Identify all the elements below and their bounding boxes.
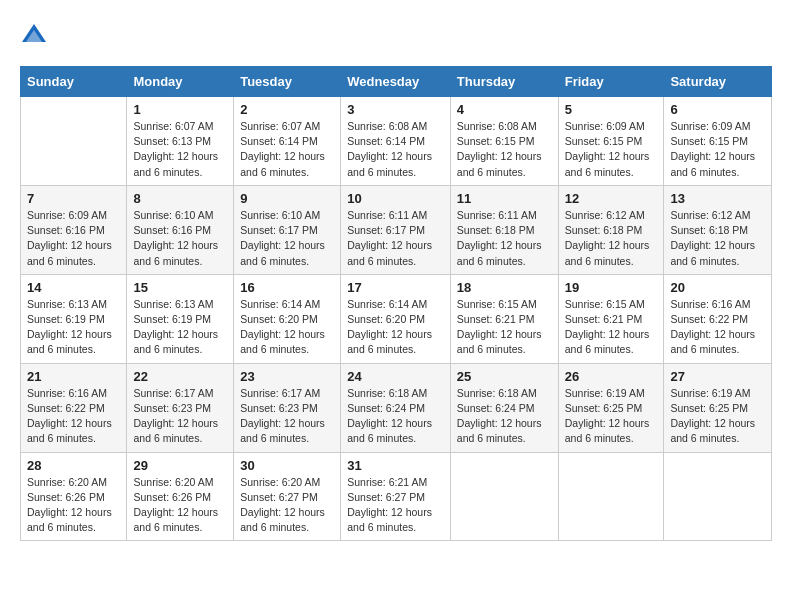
calendar-cell: 20Sunrise: 6:16 AMSunset: 6:22 PMDayligh… (664, 274, 772, 363)
day-info: Sunrise: 6:08 AMSunset: 6:15 PMDaylight:… (457, 119, 552, 180)
day-number: 31 (347, 458, 444, 473)
day-number: 13 (670, 191, 765, 206)
calendar-cell: 24Sunrise: 6:18 AMSunset: 6:24 PMDayligh… (341, 363, 451, 452)
day-info: Sunrise: 6:17 AMSunset: 6:23 PMDaylight:… (133, 386, 227, 447)
calendar-week-1: 1Sunrise: 6:07 AMSunset: 6:13 PMDaylight… (21, 97, 772, 186)
day-info: Sunrise: 6:12 AMSunset: 6:18 PMDaylight:… (670, 208, 765, 269)
day-info: Sunrise: 6:07 AMSunset: 6:13 PMDaylight:… (133, 119, 227, 180)
calendar-cell: 25Sunrise: 6:18 AMSunset: 6:24 PMDayligh… (450, 363, 558, 452)
calendar-cell: 16Sunrise: 6:14 AMSunset: 6:20 PMDayligh… (234, 274, 341, 363)
weekday-header-thursday: Thursday (450, 67, 558, 97)
day-info: Sunrise: 6:09 AMSunset: 6:15 PMDaylight:… (670, 119, 765, 180)
day-info: Sunrise: 6:09 AMSunset: 6:15 PMDaylight:… (565, 119, 658, 180)
day-number: 17 (347, 280, 444, 295)
day-number: 23 (240, 369, 334, 384)
calendar-cell (558, 452, 664, 541)
day-info: Sunrise: 6:19 AMSunset: 6:25 PMDaylight:… (565, 386, 658, 447)
calendar-cell: 1Sunrise: 6:07 AMSunset: 6:13 PMDaylight… (127, 97, 234, 186)
day-number: 7 (27, 191, 120, 206)
weekday-header-tuesday: Tuesday (234, 67, 341, 97)
day-info: Sunrise: 6:20 AMSunset: 6:26 PMDaylight:… (133, 475, 227, 536)
day-number: 21 (27, 369, 120, 384)
calendar-cell: 18Sunrise: 6:15 AMSunset: 6:21 PMDayligh… (450, 274, 558, 363)
weekday-header-friday: Friday (558, 67, 664, 97)
day-info: Sunrise: 6:14 AMSunset: 6:20 PMDaylight:… (240, 297, 334, 358)
day-number: 6 (670, 102, 765, 117)
weekday-header-monday: Monday (127, 67, 234, 97)
day-number: 29 (133, 458, 227, 473)
day-info: Sunrise: 6:11 AMSunset: 6:17 PMDaylight:… (347, 208, 444, 269)
day-info: Sunrise: 6:15 AMSunset: 6:21 PMDaylight:… (457, 297, 552, 358)
day-info: Sunrise: 6:15 AMSunset: 6:21 PMDaylight:… (565, 297, 658, 358)
day-number: 30 (240, 458, 334, 473)
day-number: 12 (565, 191, 658, 206)
day-info: Sunrise: 6:13 AMSunset: 6:19 PMDaylight:… (133, 297, 227, 358)
day-number: 18 (457, 280, 552, 295)
day-info: Sunrise: 6:10 AMSunset: 6:17 PMDaylight:… (240, 208, 334, 269)
day-number: 22 (133, 369, 227, 384)
calendar-cell: 9Sunrise: 6:10 AMSunset: 6:17 PMDaylight… (234, 185, 341, 274)
calendar-table: SundayMondayTuesdayWednesdayThursdayFrid… (20, 66, 772, 541)
day-number: 4 (457, 102, 552, 117)
day-info: Sunrise: 6:13 AMSunset: 6:19 PMDaylight:… (27, 297, 120, 358)
day-info: Sunrise: 6:08 AMSunset: 6:14 PMDaylight:… (347, 119, 444, 180)
calendar-cell: 6Sunrise: 6:09 AMSunset: 6:15 PMDaylight… (664, 97, 772, 186)
calendar-cell: 3Sunrise: 6:08 AMSunset: 6:14 PMDaylight… (341, 97, 451, 186)
weekday-header-wednesday: Wednesday (341, 67, 451, 97)
day-info: Sunrise: 6:18 AMSunset: 6:24 PMDaylight:… (457, 386, 552, 447)
calendar-cell: 29Sunrise: 6:20 AMSunset: 6:26 PMDayligh… (127, 452, 234, 541)
calendar-cell: 14Sunrise: 6:13 AMSunset: 6:19 PMDayligh… (21, 274, 127, 363)
page-header (20, 20, 772, 50)
day-number: 10 (347, 191, 444, 206)
calendar-cell: 28Sunrise: 6:20 AMSunset: 6:26 PMDayligh… (21, 452, 127, 541)
day-number: 27 (670, 369, 765, 384)
calendar-cell: 19Sunrise: 6:15 AMSunset: 6:21 PMDayligh… (558, 274, 664, 363)
day-number: 14 (27, 280, 120, 295)
day-number: 25 (457, 369, 552, 384)
calendar-cell: 4Sunrise: 6:08 AMSunset: 6:15 PMDaylight… (450, 97, 558, 186)
calendar-cell: 8Sunrise: 6:10 AMSunset: 6:16 PMDaylight… (127, 185, 234, 274)
calendar-cell: 15Sunrise: 6:13 AMSunset: 6:19 PMDayligh… (127, 274, 234, 363)
calendar-cell (21, 97, 127, 186)
calendar-cell: 5Sunrise: 6:09 AMSunset: 6:15 PMDaylight… (558, 97, 664, 186)
calendar-week-4: 21Sunrise: 6:16 AMSunset: 6:22 PMDayligh… (21, 363, 772, 452)
day-info: Sunrise: 6:21 AMSunset: 6:27 PMDaylight:… (347, 475, 444, 536)
day-info: Sunrise: 6:10 AMSunset: 6:16 PMDaylight:… (133, 208, 227, 269)
calendar-cell: 7Sunrise: 6:09 AMSunset: 6:16 PMDaylight… (21, 185, 127, 274)
day-info: Sunrise: 6:20 AMSunset: 6:26 PMDaylight:… (27, 475, 120, 536)
calendar-cell: 11Sunrise: 6:11 AMSunset: 6:18 PMDayligh… (450, 185, 558, 274)
day-number: 8 (133, 191, 227, 206)
weekday-header-sunday: Sunday (21, 67, 127, 97)
day-info: Sunrise: 6:14 AMSunset: 6:20 PMDaylight:… (347, 297, 444, 358)
calendar-week-2: 7Sunrise: 6:09 AMSunset: 6:16 PMDaylight… (21, 185, 772, 274)
day-number: 20 (670, 280, 765, 295)
weekday-header-saturday: Saturday (664, 67, 772, 97)
day-info: Sunrise: 6:17 AMSunset: 6:23 PMDaylight:… (240, 386, 334, 447)
day-number: 24 (347, 369, 444, 384)
day-number: 3 (347, 102, 444, 117)
day-number: 16 (240, 280, 334, 295)
day-number: 9 (240, 191, 334, 206)
day-info: Sunrise: 6:20 AMSunset: 6:27 PMDaylight:… (240, 475, 334, 536)
logo (20, 20, 52, 50)
day-number: 15 (133, 280, 227, 295)
calendar-cell (664, 452, 772, 541)
calendar-cell: 2Sunrise: 6:07 AMSunset: 6:14 PMDaylight… (234, 97, 341, 186)
calendar-week-3: 14Sunrise: 6:13 AMSunset: 6:19 PMDayligh… (21, 274, 772, 363)
weekday-header-row: SundayMondayTuesdayWednesdayThursdayFrid… (21, 67, 772, 97)
day-number: 26 (565, 369, 658, 384)
day-info: Sunrise: 6:09 AMSunset: 6:16 PMDaylight:… (27, 208, 120, 269)
day-info: Sunrise: 6:16 AMSunset: 6:22 PMDaylight:… (670, 297, 765, 358)
calendar-week-5: 28Sunrise: 6:20 AMSunset: 6:26 PMDayligh… (21, 452, 772, 541)
day-info: Sunrise: 6:16 AMSunset: 6:22 PMDaylight:… (27, 386, 120, 447)
day-info: Sunrise: 6:19 AMSunset: 6:25 PMDaylight:… (670, 386, 765, 447)
calendar-cell: 17Sunrise: 6:14 AMSunset: 6:20 PMDayligh… (341, 274, 451, 363)
day-number: 11 (457, 191, 552, 206)
calendar-cell: 12Sunrise: 6:12 AMSunset: 6:18 PMDayligh… (558, 185, 664, 274)
calendar-cell: 13Sunrise: 6:12 AMSunset: 6:18 PMDayligh… (664, 185, 772, 274)
day-number: 5 (565, 102, 658, 117)
calendar-cell: 10Sunrise: 6:11 AMSunset: 6:17 PMDayligh… (341, 185, 451, 274)
day-number: 1 (133, 102, 227, 117)
calendar-cell: 26Sunrise: 6:19 AMSunset: 6:25 PMDayligh… (558, 363, 664, 452)
calendar-cell: 23Sunrise: 6:17 AMSunset: 6:23 PMDayligh… (234, 363, 341, 452)
